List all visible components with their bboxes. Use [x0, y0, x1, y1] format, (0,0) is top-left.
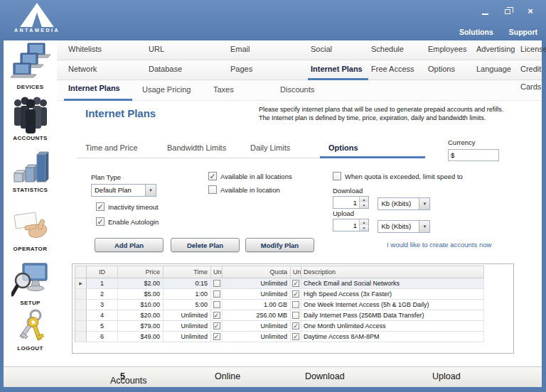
sidebar-item-operator[interactable]: OPERATOR — [4, 209, 57, 252]
cell-time: 5:00 — [164, 300, 211, 310]
tab-url[interactable]: URL — [146, 40, 228, 60]
tab-free-access[interactable]: Free Access — [368, 60, 425, 80]
chevron-down-icon[interactable]: ▼ — [419, 221, 429, 232]
cell-description: One Month Unlimited Access — [301, 321, 484, 332]
tab-schedule[interactable]: Schedule — [368, 40, 425, 60]
tab-options[interactable]: Options — [425, 60, 473, 80]
available-location-checkbox[interactable]: ✓ Available in location — [208, 185, 280, 194]
plan-type-select[interactable]: Default Plan ▼ — [91, 184, 156, 197]
spin-up-icon[interactable]: ▲ — [360, 219, 368, 225]
table-row[interactable]: ▶ 1 $2.00 0:15 ✓ Unlimited ✓ Check Email… — [75, 278, 484, 289]
inactivity-timeout-checkbox[interactable]: ✓ Inactivity timeout — [96, 202, 159, 211]
modify-plan-button[interactable]: Modify Plan — [245, 238, 314, 252]
page-description: Please specify internet plans that will … — [259, 106, 543, 122]
upload-speed-group: Upload ▲▼ Kb (Kbits) ▼ — [333, 206, 430, 233]
download-label: Download — [333, 187, 363, 195]
enable-autologin-checkbox[interactable]: ✓ Enable Autologin — [96, 217, 159, 226]
plan-tab-daily-limits[interactable]: Daily Limits — [242, 140, 320, 158]
subtab-discounts[interactable]: Discounts — [276, 80, 318, 101]
upload-speed-stepper[interactable]: ▲▼ — [333, 219, 369, 232]
plan-tab-time-and-price[interactable]: Time and Price — [77, 140, 159, 158]
enable-autologin-label: Enable Autologin — [108, 218, 159, 226]
spin-up-icon[interactable]: ▲ — [360, 197, 368, 202]
cell-time-unl-checkbox[interactable]: ✓ — [211, 278, 223, 289]
add-plan-button[interactable]: Add Plan — [95, 238, 164, 252]
subtab-usage-pricing[interactable]: Usage Pricing — [138, 80, 203, 101]
plan-type-group: Plan Type Default Plan ▼ — [91, 170, 156, 197]
tab-employees[interactable]: Employees — [425, 40, 473, 60]
plan-tab-options[interactable]: Options — [320, 140, 425, 158]
logout-icon — [12, 309, 49, 344]
col-quota-unl[interactable]: Unl — [291, 266, 301, 278]
cell-quota-unl-checkbox[interactable]: ✓ — [291, 278, 301, 289]
close-button[interactable]: × — [525, 6, 536, 16]
chevron-down-icon[interactable]: ▼ — [145, 185, 156, 196]
restore-button[interactable] — [502, 6, 513, 16]
sidebar-item-accounts[interactable]: ACCOUNTS — [4, 94, 57, 141]
spin-down-icon[interactable]: ▼ — [360, 225, 368, 231]
col-id[interactable]: ID — [87, 266, 118, 278]
tab-internet-plans[interactable]: Internet Plans — [308, 60, 368, 80]
table-row[interactable]: 2 $5.00 1:00 ✓ Unlimited ✓ High Speed Ac… — [75, 289, 484, 300]
tab-database[interactable]: Database — [146, 60, 228, 80]
cell-quota-unl-checkbox[interactable]: ✓ — [291, 321, 301, 332]
status-download: Download — [305, 371, 345, 381]
subtab-internet-plans[interactable]: Internet Plans — [64, 80, 132, 101]
sidebar-item-setup[interactable]: SETUP — [4, 262, 57, 306]
col-description[interactable]: Description — [301, 266, 484, 278]
inactivity-timeout-label: Inactivity timeout — [108, 203, 159, 211]
tab-credit-cards[interactable]: Credit Cards — [518, 60, 542, 80]
sidebar-item-logout[interactable]: LOGOUT — [4, 309, 57, 352]
sidebar-item-devices[interactable]: DEVICES — [4, 42, 57, 90]
cell-time-unl-checkbox[interactable]: ✓ — [211, 300, 223, 310]
available-all-checkbox[interactable]: ✓ Available in all locations — [208, 172, 292, 180]
tab-social[interactable]: Social — [308, 40, 368, 60]
delete-plan-button[interactable]: Delete Plan — [171, 238, 240, 252]
col-time[interactable]: Time — [164, 266, 211, 278]
tab-license[interactable]: License — [518, 40, 546, 60]
cell-time-unl-checkbox[interactable]: ✓ — [211, 289, 223, 300]
cell-description: High Speed Access (3x Faster) — [301, 289, 484, 300]
subtab-taxes[interactable]: Taxes — [209, 80, 262, 101]
cell-quota-unl-checkbox[interactable]: ✓ — [291, 289, 301, 300]
cell-description: Daytime Access 8AM-8PM — [301, 332, 484, 342]
cell-time-unl-checkbox[interactable]: ✓ — [211, 332, 223, 342]
cell-description: One Week Internet Access (5h & 1GB Daily… — [301, 300, 484, 310]
sidebar-item-statistics[interactable]: STATISTICS — [4, 149, 57, 193]
accounts-label: Accounts — [110, 376, 146, 386]
tab-email[interactable]: Email — [228, 40, 308, 60]
logo-a-icon — [18, 3, 55, 27]
upload-unit-select[interactable]: Kb (Kbits) ▼ — [378, 220, 430, 233]
plan-tab-bandwidth-limits[interactable]: Bandwidth Limits — [159, 140, 242, 158]
currency-input[interactable] — [448, 149, 499, 161]
cell-quota-unl-checkbox[interactable]: ✓ — [291, 300, 301, 310]
sidebar-label-devices: DEVICES — [4, 84, 57, 90]
col-quota[interactable]: Quota — [223, 266, 291, 278]
cell-time-unl-checkbox[interactable]: ✓ — [211, 310, 223, 321]
tab-network[interactable]: Network — [65, 60, 146, 80]
cell-quota-unl-checkbox[interactable]: ✓ — [291, 310, 301, 321]
upload-speed-input[interactable] — [333, 219, 359, 231]
quota-limit-checkbox[interactable]: ✓ When quota is exceeded, limit speed to — [333, 172, 463, 180]
tab-pages[interactable]: Pages — [228, 60, 308, 80]
cell-time-unl-checkbox[interactable]: ✓ — [211, 321, 223, 332]
table-row[interactable]: 6 $49.00 Unlimited ✓ Unlimited ✓ Daytime… — [75, 332, 484, 342]
table-row[interactable]: 5 $79.00 Unlimited ✓ Unlimited ✓ One Mon… — [75, 321, 484, 332]
cell-time: Unlimited — [164, 310, 211, 321]
table-row[interactable]: 3 $10.00 5:00 ✓ 1.00 GB ✓ One Week Inter… — [75, 300, 484, 310]
solutions-link[interactable]: Solutions — [459, 28, 493, 36]
col-price[interactable]: Price — [118, 266, 164, 278]
minimize-button[interactable] — [479, 6, 491, 16]
plans-table: ID Price Time Unl Quota Unl Description … — [75, 266, 484, 342]
create-accounts-link[interactable]: I would like to create accounts now — [387, 241, 491, 249]
cell-quota-unl-checkbox[interactable]: ✓ — [291, 332, 301, 342]
support-link[interactable]: Support — [509, 28, 537, 36]
close-icon: × — [528, 7, 533, 16]
cell-price: $5.00 — [118, 289, 164, 300]
tab-advertising[interactable]: Advertising — [473, 40, 518, 60]
tab-language[interactable]: Language — [473, 60, 518, 80]
col-time-unl[interactable]: Unl — [211, 266, 223, 278]
table-row[interactable]: 4 $20.00 Unlimited ✓ 256.00 MB ✓ Daily I… — [75, 310, 484, 321]
tab-whitelists[interactable]: Whitelists — [65, 40, 146, 60]
cell-id: 6 — [87, 332, 118, 342]
